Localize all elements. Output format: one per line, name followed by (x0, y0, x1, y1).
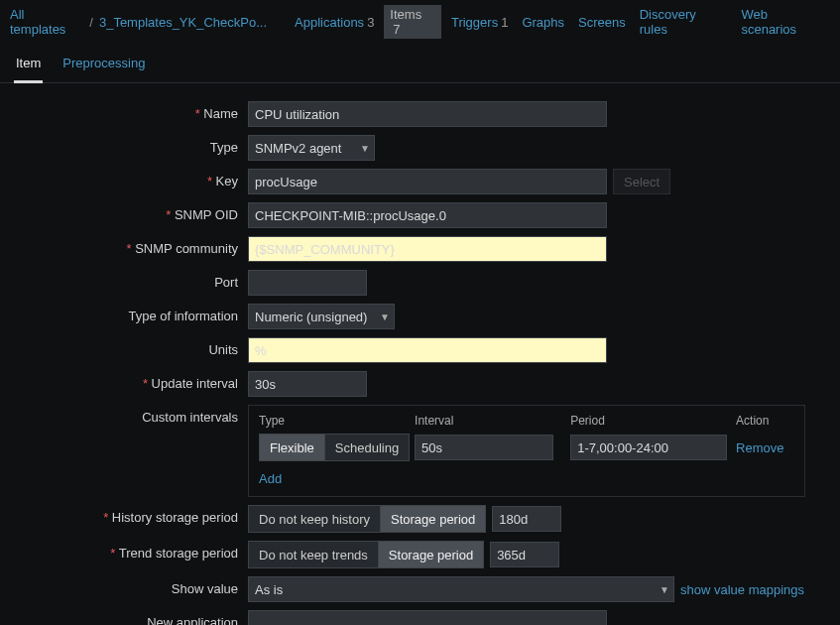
show-value-selected: As is (255, 582, 283, 597)
nav-triggers-count: 1 (501, 15, 508, 30)
label-history-storage: History storage period (0, 505, 248, 525)
snmp-community-input[interactable] (248, 236, 607, 262)
key-input[interactable] (248, 169, 607, 194)
ci-header-type: Type (259, 414, 415, 428)
type-select[interactable]: SNMPv2 agent ▼ (248, 135, 375, 161)
label-name: Name (0, 101, 248, 121)
label-trend-storage: Trend storage period (0, 541, 248, 561)
label-type: Type (0, 135, 248, 155)
port-input[interactable] (248, 270, 367, 296)
ci-period-input[interactable] (570, 435, 727, 460)
breadcrumb-all-templates[interactable]: All templates (10, 7, 83, 37)
show-value-mappings-link[interactable]: show value mappings (680, 582, 804, 597)
snmp-oid-input[interactable] (248, 202, 607, 228)
chevron-down-icon: ▼ (380, 312, 390, 322)
history-toggle: Do not keep history Storage period (248, 505, 486, 533)
type-of-info-select[interactable]: Numeric (unsigned) ▼ (248, 304, 395, 329)
tabs: Item Preprocessing (0, 46, 840, 83)
key-select-button[interactable]: Select (613, 169, 670, 194)
history-value-input[interactable] (492, 506, 561, 532)
nav-screens[interactable]: Screens (574, 13, 630, 32)
ci-add-link[interactable]: Add (259, 471, 282, 486)
nav-items[interactable]: Items 7 (384, 5, 441, 39)
chevron-down-icon: ▼ (360, 143, 370, 154)
show-value-select[interactable]: As is ▼ (248, 576, 674, 602)
label-custom-intervals: Custom intervals (0, 405, 248, 425)
trend-sp-button[interactable]: Storage period (379, 542, 483, 567)
history-sp-button[interactable]: Storage period (381, 506, 485, 532)
custom-intervals-box: Type Interval Period Action Flexible Sch… (248, 405, 805, 497)
label-snmp-community: SNMP community (0, 236, 248, 256)
tab-item[interactable]: Item (14, 50, 43, 83)
label-port: Port (0, 270, 248, 290)
label-key: Key (0, 169, 248, 188)
trend-no-button[interactable]: Do not keep trends (249, 542, 379, 567)
label-update-interval: Update interval (0, 371, 248, 391)
nav-items-label: Items (390, 7, 421, 22)
breadcrumb-template[interactable]: 3_Templates_YK_CheckPo... (99, 15, 267, 30)
nav-applications-label: Applications (295, 15, 364, 30)
nav-triggers-label: Triggers (451, 15, 498, 30)
label-type-of-info: Type of information (0, 304, 248, 323)
ci-flexible-button[interactable]: Flexible (260, 435, 325, 460)
ci-header-period: Period (570, 414, 736, 428)
type-of-info-value: Numeric (unsigned) (255, 310, 367, 324)
history-no-button[interactable]: Do not keep history (249, 506, 381, 532)
ci-interval-input[interactable] (415, 435, 553, 460)
new-application-input[interactable] (248, 610, 607, 625)
breadcrumb-nav: All templates / 3_Templates_YK_CheckPo..… (0, 0, 840, 46)
trend-value-input[interactable] (490, 542, 559, 567)
update-interval-input[interactable] (248, 371, 367, 397)
ci-header-action: Action (736, 414, 794, 428)
nav-applications[interactable]: Applications3 (291, 13, 378, 32)
name-input[interactable] (248, 101, 607, 127)
nav-discovery[interactable]: Discovery rules (636, 5, 732, 39)
type-select-value: SNMPv2 agent (255, 141, 341, 156)
label-show-value: Show value (0, 576, 248, 596)
ci-scheduling-button[interactable]: Scheduling (325, 435, 409, 460)
label-new-application: New application (0, 610, 248, 625)
units-input[interactable] (248, 337, 607, 363)
trend-toggle: Do not keep trends Storage period (248, 541, 484, 568)
nav-items-count: 7 (393, 22, 400, 37)
nav-graphs[interactable]: Graphs (518, 13, 568, 32)
nav-web[interactable]: Web scenarios (737, 5, 830, 39)
chevron-down-icon: ▼ (660, 584, 669, 595)
tab-preprocessing[interactable]: Preprocessing (60, 50, 147, 82)
ci-type-toggle: Flexible Scheduling (259, 434, 410, 461)
breadcrumb-sep: / (89, 15, 93, 30)
item-form: Name Type SNMPv2 agent ▼ Key Select SNMP… (0, 83, 840, 625)
nav-applications-count: 3 (367, 15, 374, 30)
ci-header-interval: Interval (415, 414, 570, 428)
label-snmp-oid: SNMP OID (0, 202, 248, 222)
label-units: Units (0, 337, 248, 357)
nav-triggers[interactable]: Triggers1 (447, 13, 512, 32)
ci-remove-link[interactable]: Remove (736, 440, 783, 455)
